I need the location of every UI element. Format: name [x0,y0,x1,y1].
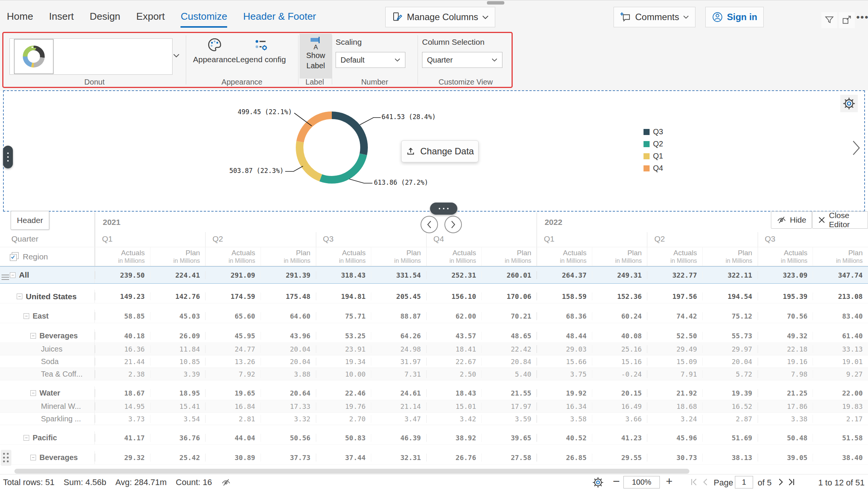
row-label-cell[interactable]: Sparkling ... [0,413,95,425]
first-page-icon[interactable] [690,478,698,486]
menu-item-insert[interactable]: Insert [49,11,74,22]
data-cell[interactable]: 43.96 [261,332,316,340]
collapse-icon[interactable]: − [10,272,16,278]
manage-columns-button[interactable]: Manage Columns [385,7,495,27]
data-cell[interactable]: 5.40 [481,370,537,378]
data-cell[interactable]: 37.73 [261,454,316,462]
data-cell[interactable]: 20.15 [592,389,647,397]
data-cell[interactable]: 323.09 [758,271,813,279]
data-cell[interactable]: 3.58 [537,415,592,423]
data-cell[interactable]: 32.31 [371,454,426,462]
panel-resize-handle[interactable] [430,203,457,215]
collapse-icon[interactable]: − [30,455,36,460]
data-cell[interactable]: 53.25 [316,332,371,340]
data-cell[interactable]: 49.32 [758,332,813,340]
legend-item-q3[interactable]: Q3 [644,127,663,136]
row-label-cell[interactable]: Mineral W... [0,400,95,412]
data-cell[interactable]: 29.49 [647,345,702,353]
data-cell[interactable]: 38.92 [426,434,482,442]
panel-next-chevron-icon[interactable] [852,140,861,156]
collapse-icon[interactable]: − [30,333,36,339]
data-cell[interactable]: 10.85 [150,358,206,366]
next-page-icon[interactable] [777,478,785,486]
data-cell[interactable]: 14.95 [95,402,150,410]
panel-drag-handle[interactable] [3,146,13,168]
data-cell[interactable]: 17.33 [261,402,316,410]
data-cell[interactable]: 20.84 [481,358,537,366]
data-cell[interactable]: 45.95 [205,332,261,340]
data-cell[interactable]: 195.39 [758,292,813,300]
data-cell[interactable]: 23.91 [316,345,371,353]
gallery-chevron-down-icon[interactable] [173,53,180,58]
filter-icon[interactable] [821,12,837,28]
data-cell[interactable]: 25.42 [150,454,206,462]
quarter-header-2021-q1[interactable]: Q1 [95,232,205,247]
data-cell[interactable]: 31.97 [371,358,426,366]
change-data-button[interactable]: Change Data [401,140,479,162]
data-cell[interactable]: 45.96 [647,434,702,442]
data-cell[interactable]: 19.65 [205,389,261,397]
data-cell[interactable]: 7.92 [205,370,261,378]
data-cell[interactable]: 224.41 [150,271,206,279]
data-cell[interactable]: 18.67 [95,389,150,397]
data-cell[interactable]: 38.13 [702,454,758,462]
chart-settings-gear-icon[interactable] [840,95,858,112]
data-cell[interactable]: 40.18 [95,332,150,340]
data-cell[interactable]: 33.13 [813,345,868,353]
donut-chart[interactable] [286,102,377,193]
measure-header-plan[interactable]: Planin Millions [481,247,537,266]
data-cell[interactable]: 16.36 [95,345,150,353]
menu-item-export[interactable]: Export [136,11,165,22]
data-cell[interactable]: 22.00 [813,389,868,397]
data-cell[interactable]: 13.26 [205,358,261,366]
data-cell[interactable]: 15.16 [592,358,647,366]
data-cell[interactable]: 252.31 [426,271,482,279]
show-label-toggle[interactable]: A Show Label [300,34,332,79]
donut-chart-thumbnail[interactable] [14,39,53,74]
data-cell[interactable]: 41.23 [592,434,647,442]
data-cell[interactable]: 3.24 [647,415,702,423]
measure-header-actuals[interactable]: Actualsin Millions [758,247,813,266]
data-cell[interactable]: 26.09 [150,332,206,340]
data-cell[interactable]: 156.10 [426,292,482,300]
data-cell[interactable]: 3.47 [371,415,426,423]
data-cell[interactable]: 11.84 [150,345,206,353]
data-cell[interactable]: 21.92 [647,389,702,397]
row-label-cell[interactable]: Juices [0,343,95,355]
data-cell[interactable]: 7.98 [758,370,813,378]
quarter-header-2021-q3[interactable]: Q3 [316,232,426,247]
data-cell[interactable]: 52.50 [647,332,702,340]
legend-config-button[interactable]: Legend config [236,37,286,64]
data-cell[interactable]: 83.40 [813,312,868,320]
data-cell[interactable]: 174.59 [205,292,261,300]
data-cell[interactable]: 19.34 [316,358,371,366]
data-cell[interactable]: 322.77 [647,271,702,279]
data-cell[interactable]: 197.56 [647,292,702,300]
row-label-cell[interactable]: Tea & Coff... [0,368,95,380]
measure-header-actuals[interactable]: Actualsin Millions [95,247,150,266]
data-cell[interactable]: 213.08 [813,292,868,300]
zoom-in-button[interactable]: + [666,475,673,488]
data-cell[interactable]: 22.46 [316,389,371,397]
data-cell[interactable]: 3.32 [261,415,316,423]
data-cell[interactable]: 40.08 [592,332,647,340]
data-cell[interactable]: 18.68 [647,402,702,410]
top-scrollbar-thumb[interactable] [487,1,504,5]
measure-header-actuals[interactable]: Actualsin Millions [537,247,592,266]
data-cell[interactable]: 16.52 [702,402,758,410]
data-cell[interactable]: 70.21 [481,312,537,320]
data-cell[interactable]: 22.18 [758,345,813,353]
scaling-dropdown[interactable]: Default [336,52,405,68]
data-cell[interactable]: 22.67 [426,358,482,366]
data-cell[interactable]: 19.39 [702,389,758,397]
data-cell[interactable]: 30.89 [205,454,261,462]
quarter-header-2022-q1[interactable]: Q1 [537,232,647,247]
collapse-icon[interactable]: − [24,313,29,319]
data-cell[interactable]: 18.43 [426,389,482,397]
data-cell[interactable]: 40.52 [537,434,592,442]
data-cell[interactable]: 61.40 [813,332,868,340]
collapse-icon[interactable]: − [30,390,36,396]
data-cell[interactable]: 29.55 [592,454,647,462]
menu-item-customize[interactable]: Customize [181,11,227,22]
measure-header-plan[interactable]: Planin Millions [371,247,426,266]
